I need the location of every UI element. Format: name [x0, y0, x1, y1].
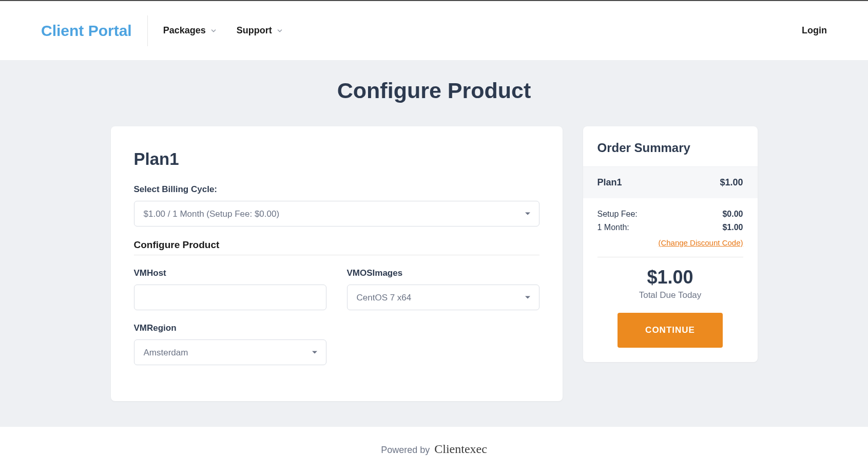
setup-fee-value: $0.00: [722, 210, 743, 219]
vmosimages-field: VMOSImages CentOS 7 x64: [347, 268, 539, 323]
field-row-1: VMHost VMOSImages CentOS 7 x64: [134, 268, 539, 323]
vmosimages-select-wrap: CentOS 7 x64: [347, 285, 539, 310]
summary-plan-row: Plan1 $1.00: [583, 167, 758, 198]
plan-name: Plan1: [134, 149, 539, 169]
footer-brand[interactable]: Clientexec: [434, 442, 487, 456]
vmhost-input[interactable]: [134, 285, 326, 310]
vmregion-select[interactable]: Amsterdam: [134, 339, 326, 365]
summary-header: Order Summary: [583, 126, 758, 167]
configure-card: Plan1 Select Billing Cycle: $1.00 / 1 Mo…: [111, 126, 563, 401]
summary-title: Order Summary: [597, 141, 743, 155]
vmregion-field: VMRegion Amsterdam: [134, 323, 326, 378]
powered-by-text: Powered by: [381, 445, 430, 455]
footer: Powered by Clientexec: [0, 427, 868, 471]
header: Client Portal Packages Support Login: [0, 1, 868, 60]
main-nav: Packages Support: [163, 25, 283, 36]
vmregion-select-wrap: Amsterdam: [134, 339, 326, 365]
nav-packages[interactable]: Packages: [163, 25, 217, 36]
chevron-down-icon: [276, 27, 283, 34]
empty-col: [347, 323, 539, 378]
total-label: Total Due Today: [597, 290, 743, 300]
field-row-2: VMRegion Amsterdam: [134, 323, 539, 378]
vmhost-field: VMHost: [134, 268, 326, 323]
total-amount: $1.00: [597, 267, 743, 288]
billing-cycle-label: Select Billing Cycle:: [134, 184, 539, 195]
summary-period: 1 Month: $1.00: [597, 223, 743, 232]
nav-support-label: Support: [237, 25, 272, 36]
order-summary-card: Order Summary Plan1 $1.00 Setup Fee: $0.…: [583, 126, 758, 362]
page-title: Configure Product: [0, 60, 868, 126]
change-discount-link[interactable]: (Change Discount Code): [658, 238, 743, 247]
logo[interactable]: Client Portal: [41, 15, 148, 46]
vmhost-input-wrap: [134, 285, 326, 310]
login-link[interactable]: Login: [802, 25, 827, 36]
period-label: 1 Month:: [597, 223, 629, 232]
billing-cycle-select-wrap: $1.00 / 1 Month (Setup Fee: $0.00): [134, 201, 539, 226]
vmhost-label: VMHost: [134, 268, 326, 278]
summary-plan-name: Plan1: [597, 177, 622, 188]
nav-packages-label: Packages: [163, 25, 206, 36]
vmregion-label: VMRegion: [134, 323, 326, 333]
continue-button[interactable]: CONTINUE: [618, 313, 723, 348]
header-left: Client Portal Packages Support: [41, 15, 283, 46]
chevron-down-icon: [210, 27, 217, 34]
nav-support[interactable]: Support: [237, 25, 283, 36]
period-value: $1.00: [722, 223, 743, 232]
summary-plan-price: $1.00: [720, 177, 743, 188]
main-content: Configure Product Plan1 Select Billing C…: [0, 60, 868, 427]
change-discount-wrap: (Change Discount Code): [597, 238, 743, 248]
divider: [597, 257, 743, 257]
vmosimages-label: VMOSImages: [347, 268, 539, 278]
summary-setup-fee: Setup Fee: $0.00: [597, 210, 743, 219]
summary-details: Setup Fee: $0.00 1 Month: $1.00 (Change …: [583, 198, 758, 362]
billing-cycle-select[interactable]: $1.00 / 1 Month (Setup Fee: $0.00): [134, 201, 539, 226]
content-container: Plan1 Select Billing Cycle: $1.00 / 1 Mo…: [80, 126, 788, 401]
vmosimages-select[interactable]: CentOS 7 x64: [347, 285, 539, 310]
configure-section-title: Configure Product: [134, 239, 539, 255]
setup-fee-label: Setup Fee:: [597, 210, 638, 219]
